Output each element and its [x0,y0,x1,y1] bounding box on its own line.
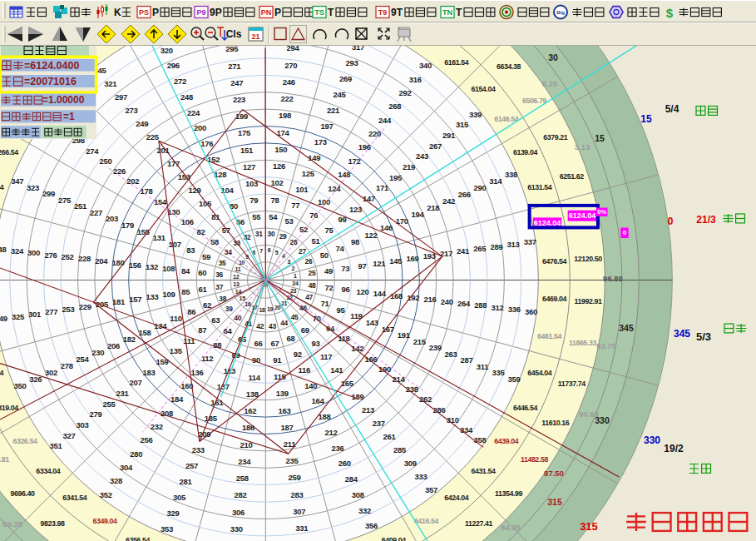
svg-text:312: 312 [492,303,504,312]
svg-text:6124.04: 6124.04 [569,211,596,220]
svg-text:307: 307 [293,507,305,516]
svg-text:281: 281 [180,477,193,486]
svg-text:349: 349 [0,314,7,323]
svg-text:100: 100 [318,197,330,206]
svg-text:324: 324 [11,246,24,256]
svg-text:T9: T9 [378,8,388,17]
svg-text:173: 173 [314,137,327,146]
svg-text:53: 53 [285,216,294,226]
svg-text:227: 227 [90,208,102,217]
svg-text:6334.04: 6334.04 [36,467,61,475]
svg-text:339: 339 [469,110,482,119]
svg-text:254: 254 [77,355,90,364]
svg-text:360: 360 [525,307,537,316]
svg-text:6424.04: 6424.04 [444,494,469,502]
svg-text:272: 272 [174,77,186,86]
svg-text:6506.79: 6506.79 [522,97,547,105]
svg-text:112: 112 [201,354,213,363]
svg-text:171: 171 [376,183,389,192]
svg-text:184: 184 [170,395,184,404]
svg-text:157: 157 [129,295,141,304]
svg-text:131: 131 [153,233,166,242]
svg-text:PN: PN [261,8,272,17]
svg-text:274: 274 [86,146,99,156]
svg-text:Cls: Cls [226,28,242,40]
svg-text:78: 78 [271,196,279,205]
svg-text:=20071016: =20071016 [24,76,77,87]
svg-text:30: 30 [268,230,275,238]
svg-text:3.13: 3.13 [575,142,590,151]
svg-text:93: 93 [311,339,319,348]
svg-text:225: 225 [146,132,160,141]
svg-text:301: 301 [28,310,42,319]
svg-text:107: 107 [169,240,181,249]
svg-text:74: 74 [335,244,344,253]
svg-text:244: 244 [378,116,392,125]
svg-text:306: 306 [232,508,245,517]
svg-text:149: 149 [308,153,320,162]
svg-text:6341.54: 6341.54 [62,494,87,502]
svg-text:140: 140 [304,381,317,390]
svg-text:243: 243 [416,151,428,161]
svg-text:259: 259 [288,473,300,482]
svg-text:198: 198 [279,111,291,120]
svg-text:=1: =1 [63,111,75,122]
svg-text:331: 331 [295,524,309,533]
svg-text:304: 304 [120,463,133,472]
svg-text:216: 216 [423,295,436,304]
svg-text:P: P [274,7,281,18]
svg-text:48: 48 [309,281,316,290]
svg-text:330: 330 [595,415,610,425]
svg-text:348: 348 [0,245,7,254]
svg-text:180: 180 [111,258,124,267]
svg-text:5: 5 [275,250,279,256]
svg-text:102: 102 [271,178,284,187]
svg-text:144: 144 [373,289,387,298]
svg-text:200: 200 [194,123,206,132]
svg-text:215: 215 [413,337,427,346]
svg-text:122: 122 [364,231,377,240]
svg-text:=6124.0400: =6124.0400 [24,60,79,72]
svg-text:210: 210 [240,440,253,449]
svg-text:55: 55 [252,212,261,221]
svg-text:299: 299 [42,189,55,198]
svg-text:172: 172 [348,156,361,166]
svg-text:109: 109 [163,290,175,299]
svg-text:114: 114 [248,373,260,382]
svg-text:11: 11 [235,266,241,272]
svg-text:5/3: 5/3 [696,330,711,343]
svg-text:145: 145 [389,256,403,266]
svg-text:135: 135 [170,346,183,355]
svg-text:229: 229 [79,302,91,311]
svg-text:47: 47 [305,293,313,301]
svg-text:332: 332 [358,506,371,515]
svg-text:176: 176 [200,139,213,148]
svg-text:$: $ [666,6,674,20]
svg-text:237: 237 [373,419,385,428]
svg-text:59: 59 [202,252,210,261]
svg-text:268: 268 [388,102,401,111]
svg-text:334: 334 [460,425,473,434]
svg-text:257: 257 [185,461,198,470]
svg-text:3: 3 [288,259,291,265]
svg-text:1: 1 [294,273,297,279]
svg-text:228: 228 [78,254,91,263]
svg-text:96.88: 96.88 [603,274,623,283]
svg-text:169: 169 [407,254,419,263]
svg-text:260: 260 [338,459,351,468]
svg-text:203: 203 [106,214,118,223]
svg-text:197: 197 [320,122,333,131]
svg-text:86: 86 [187,307,195,316]
svg-text:5/4: 5/4 [665,103,679,115]
svg-text:296: 296 [167,61,180,70]
svg-text:315: 315 [456,120,469,129]
svg-text:66: 66 [254,339,262,348]
svg-text:310: 310 [447,415,459,424]
svg-text:275: 275 [58,196,72,205]
svg-text:6131.54: 6131.54 [527,183,552,191]
svg-text:218: 218 [427,203,439,212]
svg-text:297: 297 [115,92,127,102]
svg-text:239: 239 [429,343,442,352]
svg-text:224: 224 [187,108,200,117]
svg-text:50: 50 [320,251,329,260]
